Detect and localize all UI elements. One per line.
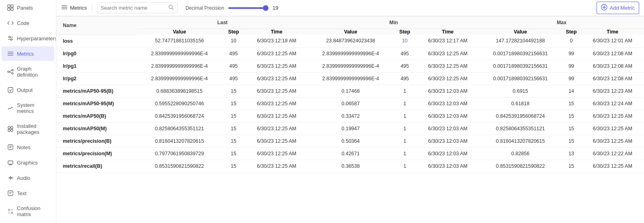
cell-min-step: 1 [393,97,416,110]
sidebar-item-audio[interactable]: Audio [2,171,54,185]
metrics-table: Name Last Min Max Value Step Time Value … [56,16,644,173]
cell-name: metrics/precision(B) [56,135,137,147]
svg-point-13 [12,73,13,74]
cell-min-time: 6/30/23 12:25 AM [416,72,479,85]
svg-line-17 [8,108,9,110]
cell-last-step: 10 [222,35,245,47]
cell-last-step: 15 [222,110,245,122]
svg-rect-23 [8,129,10,131]
cell-last-time: 6/30/23 12:25 AM [245,135,308,147]
table-row: metrics/mAP50-95(B) 0.688363898198515 15… [56,85,644,97]
sidebar-item-metrics[interactable]: Metrics [2,46,54,61]
cell-min-value: 0.33472 [308,110,393,122]
cell-max-value: 0.8160413207820615 [479,135,561,147]
cell-min-value: 0.19947 [308,122,393,135]
sidebar-item-panels-label: Panels [17,5,33,11]
sidebar-item-metrics-label: Metrics [17,51,34,57]
cell-min-value: 2.8399999999999996E-4 [308,60,393,72]
cell-last-value: 2.8399999999999996E-4 [137,72,222,85]
sidebar-item-text-label: Text [17,190,27,196]
sidebar-item-graphics[interactable]: Graphics [2,155,54,170]
sidebar-item-output[interactable]: Output [2,83,54,97]
cell-min-step: 495 [393,60,416,72]
col-min-step: Step [393,29,416,35]
svg-rect-25 [8,145,13,150]
packages-icon [7,126,14,132]
cell-min-time: 6/30/23 12:03 AM [416,160,479,172]
sidebar-item-text[interactable]: Text [2,186,54,200]
svg-point-11 [8,71,9,73]
cell-min-step: 1 [393,135,416,147]
sidebar-item-system-label: System metrics [17,102,49,114]
cell-name: loss [56,35,137,47]
cell-max-value: 0.001718980392156631 [479,72,561,85]
svg-rect-40 [11,209,13,211]
cell-min-time: 6/30/23 12:03 AM [416,97,479,110]
cell-min-time: 6/30/23 12:03 AM [416,122,479,135]
cell-min-value: 0.50364 [308,135,393,147]
cell-max-step: 15 [561,122,581,135]
sidebar-item-graph-definition[interactable]: Graph definition [2,62,54,82]
text-icon [7,190,14,196]
search-input[interactable] [101,5,166,11]
decimal-slider[interactable] [228,7,268,9]
cell-name: metrics/mAP50-95(M) [56,97,137,110]
col-min-time: Time [416,29,479,35]
sidebar-item-notes[interactable]: Notes [2,140,54,154]
sidebar-item-installed-packages[interactable]: Installed packages [2,119,54,139]
cell-min-value: 0.36538 [308,160,393,172]
col-header-name: Name [56,17,137,35]
cell-min-step: 1 [393,147,416,160]
svg-rect-1 [11,5,13,7]
cell-last-time: 6/30/23 12:25 AM [245,97,308,110]
cell-max-value: 0.8258064355351121 [479,122,561,135]
search-box[interactable] [97,2,178,13]
audio-icon [7,175,14,181]
svg-rect-36 [8,191,13,196]
cell-max-value: 0.82856 [479,147,561,160]
col-max-step: Step [561,29,581,35]
cell-min-time: 6/30/23 12:03 AM [416,110,479,122]
col-max-value: Value [479,29,561,35]
col-last-step: Step [222,29,245,35]
svg-rect-22 [11,127,13,129]
sidebar-item-hyperparameters[interactable]: Hyperparameters [2,31,54,46]
cell-min-time: 6/30/23 12:03 AM [416,147,479,160]
cell-min-time: 6/30/23 12:25 AM [416,60,479,72]
cell-min-value: 2.8399999999999996E-4 [308,72,393,85]
table-row: metrics/mAP50-95(M) 0.5955228090250746 1… [56,97,644,110]
svg-line-19 [10,107,12,109]
sidebar-item-system-metrics[interactable]: System metrics [2,98,54,118]
cell-min-step: 495 [393,72,416,85]
cell-min-value: 2.8399999999999996E-4 [308,47,393,60]
cell-name: metrics/mAP50-95(B) [56,85,137,97]
cell-last-time: 6/30/23 12:25 AM [245,85,308,97]
sidebar: Panels Code Hyperparameters Metrics Grap… [0,0,56,223]
cell-last-time: 6/30/23 12:25 AM [245,110,308,122]
sidebar-item-panels[interactable]: Panels [2,0,54,15]
cell-last-step: 495 [222,47,245,60]
cell-min-step: 10 [393,35,416,47]
cell-last-time: 6/30/23 12:25 AM [245,122,308,135]
table-row: lr/pg1 2.8399999999999996E-4 495 6/30/23… [56,60,644,72]
cell-max-step: 15 [561,110,581,122]
sidebar-item-code[interactable]: Code [2,16,54,30]
cell-last-value: 0.8531590821590822 [137,160,222,172]
cell-last-time: 6/30/23 12:25 AM [245,147,308,160]
svg-rect-39 [8,209,10,211]
cell-max-time: 6/30/23 12:08 AM [581,47,644,60]
cell-last-value: 2.8399999999999996E-4 [137,60,222,72]
add-metric-button[interactable]: Add Metric [597,2,639,14]
cell-max-value: 0.61818 [479,97,561,110]
sidebar-item-confusion-matrix[interactable]: Confusion matrix [2,201,54,221]
cell-min-time: 6/30/23 12:17 AM [416,35,479,47]
cell-last-value: 0.688363898198515 [137,85,222,97]
svg-point-46 [169,5,172,9]
col-last-time: Time [245,29,308,35]
cell-name: lr/pg0 [56,47,137,60]
cell-last-step: 15 [222,135,245,147]
cell-max-step: 99 [561,72,581,85]
add-metric-label: Add Metric [610,5,635,11]
col-min-value: Value [308,29,393,35]
metrics-icon [7,50,14,57]
